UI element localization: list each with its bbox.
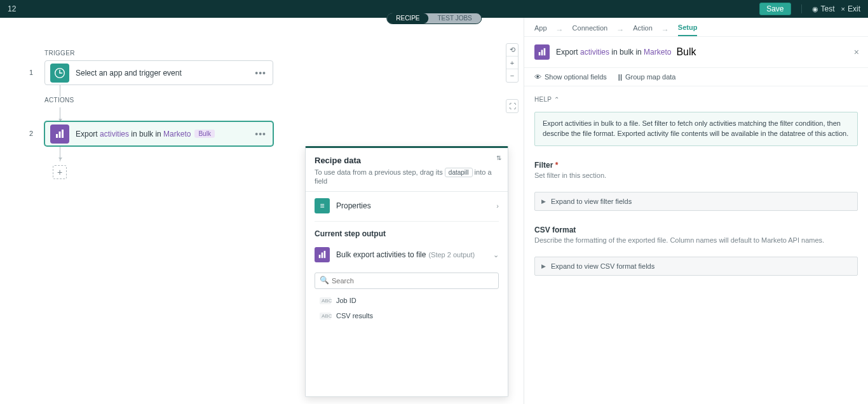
panel-header: Export activities in bulk in Marketo Bul… — [524, 37, 868, 68]
current-step-label: Current step output — [306, 223, 508, 241]
connector-arrow — [60, 107, 60, 119]
bulk-badge: Bulk — [194, 130, 214, 138]
csv-desc: Describe the formatting of the exported … — [534, 236, 858, 244]
connector-arrow — [60, 146, 60, 161]
action-card[interactable]: Export activities in bulk in Marketo Bul… — [44, 121, 273, 146]
type-badge: ABC — [320, 313, 331, 320]
recipe-data-desc: To use data from a previous step, drag i… — [315, 168, 499, 185]
type-badge: ABC — [320, 297, 331, 304]
bulk-badge: Bulk — [676, 46, 696, 58]
clock-icon — [50, 64, 69, 83]
step-number-1: 1 — [29, 69, 33, 76]
action-more-icon[interactable]: ••• — [255, 129, 266, 139]
exit-label: Exit — [848, 4, 860, 13]
test-icon: ◉ — [812, 5, 818, 13]
chevron-up-icon: ⌃ — [554, 96, 559, 103]
panel-title: Export activities in bulk in Marketo — [556, 48, 671, 57]
config-panel: App → Connection → Action → Setup Export… — [524, 18, 868, 404]
canvas-zoom-controls: ⟲ + − — [506, 43, 519, 83]
svg-rect-5 — [62, 130, 64, 138]
chevron-down-icon: ⌄ — [493, 251, 499, 259]
tab-setup[interactable]: Setup — [678, 24, 698, 36]
trigger-card[interactable]: Select an app and trigger event ••• — [44, 60, 273, 85]
csv-label: CSV format — [534, 226, 576, 234]
search-icon: 🔍 — [320, 276, 329, 285]
search-field: 🔍 — [315, 273, 499, 289]
trigger-text: Select an app and trigger event — [76, 69, 182, 77]
connector-line — [60, 85, 60, 97]
add-step-button[interactable]: + — [53, 165, 67, 179]
marketo-icon — [315, 247, 330, 262]
tab-action[interactable]: Action — [633, 24, 653, 36]
collapse-icon[interactable]: ⇅ — [496, 154, 501, 161]
tab-connection[interactable]: Connection — [573, 24, 608, 36]
filter-desc: Set filter in this section. — [534, 172, 858, 179]
svg-rect-6 — [319, 255, 321, 258]
close-icon: × — [841, 5, 845, 13]
svg-rect-7 — [322, 253, 323, 259]
arrow-icon: → — [616, 25, 624, 34]
bulk-export-sub: (Step 2 output) — [428, 251, 475, 259]
svg-rect-11 — [544, 48, 546, 55]
trigger-more-icon[interactable]: ••• — [255, 68, 266, 78]
field-csv-results[interactable]: ABC CSV results — [306, 308, 508, 323]
filter-expander[interactable]: ▶ Expand to view filter fields — [534, 192, 858, 211]
tab-recipe[interactable]: RECIPE — [387, 13, 428, 24]
properties-icon: ≡ — [315, 198, 330, 213]
svg-rect-9 — [539, 52, 541, 55]
bulk-export-row[interactable]: Bulk export activities to file (Step 2 o… — [306, 241, 508, 269]
arrow-icon: → — [661, 25, 669, 34]
marketo-icon — [534, 44, 550, 60]
svg-rect-4 — [59, 131, 61, 138]
zoom-reset-button[interactable]: ⟲ — [506, 44, 518, 57]
columns-icon: || — [618, 73, 622, 81]
actions-section-label: ACTIONS — [44, 97, 273, 104]
triangle-right-icon: ▶ — [541, 263, 546, 269]
eye-icon: 👁 — [534, 73, 541, 81]
trigger-section-label: TRIGGER — [44, 50, 273, 57]
exit-button[interactable]: × Exit — [841, 4, 860, 13]
bulk-export-label: Bulk export activities to file — [336, 250, 426, 259]
csv-expander[interactable]: ▶ Expand to view CSV format fields — [534, 257, 858, 276]
tab-test-jobs[interactable]: TEST JOBS — [428, 13, 480, 24]
field-job-id[interactable]: ABC Job ID — [306, 293, 508, 308]
help-toggle[interactable]: HELP ⌃ — [534, 96, 560, 103]
canvas-fit-controls: ⛶ — [506, 99, 519, 113]
zoom-out-button[interactable]: − — [506, 69, 518, 82]
recipe-data-title: Recipe data — [315, 156, 499, 165]
marketo-icon — [50, 125, 69, 144]
chevron-right-icon: › — [496, 202, 499, 210]
search-input[interactable] — [315, 273, 499, 289]
fit-to-screen-button[interactable]: ⛶ — [506, 100, 518, 112]
svg-rect-3 — [56, 134, 58, 138]
help-text: Export activities in bulk to a file. Set… — [534, 112, 858, 146]
triangle-right-icon: ▶ — [541, 198, 546, 205]
panel-options: 👁 Show optional fields || Group map data — [524, 68, 868, 86]
svg-rect-8 — [324, 251, 326, 258]
recipe-data-panel: Recipe data To use data from a previous … — [305, 146, 508, 397]
tab-app[interactable]: App — [534, 24, 547, 36]
step-number-2: 2 — [29, 130, 33, 137]
divider — [801, 4, 802, 13]
recipe-title: 12 — [8, 4, 16, 13]
group-map-toggle[interactable]: || Group map data — [618, 73, 676, 81]
svg-rect-10 — [541, 50, 543, 56]
arrow-icon: → — [556, 25, 564, 34]
close-panel-icon[interactable]: × — [854, 47, 859, 57]
datapill-chip: datapill — [445, 168, 473, 177]
test-button[interactable]: ◉ Test — [812, 4, 835, 13]
properties-row[interactable]: ≡ Properties › — [306, 192, 508, 220]
mode-tabs: RECIPE TEST JOBS — [386, 13, 482, 24]
show-optional-toggle[interactable]: 👁 Show optional fields — [534, 73, 607, 81]
action-text: Export activities in bulk in Marketo — [76, 130, 191, 138]
test-label: Test — [821, 4, 835, 13]
properties-label: Properties — [336, 201, 371, 210]
zoom-in-button[interactable]: + — [506, 57, 518, 69]
filter-label: Filter * — [534, 161, 558, 170]
save-button[interactable]: Save — [759, 3, 790, 15]
config-tabs: App → Connection → Action → Setup — [524, 18, 868, 37]
